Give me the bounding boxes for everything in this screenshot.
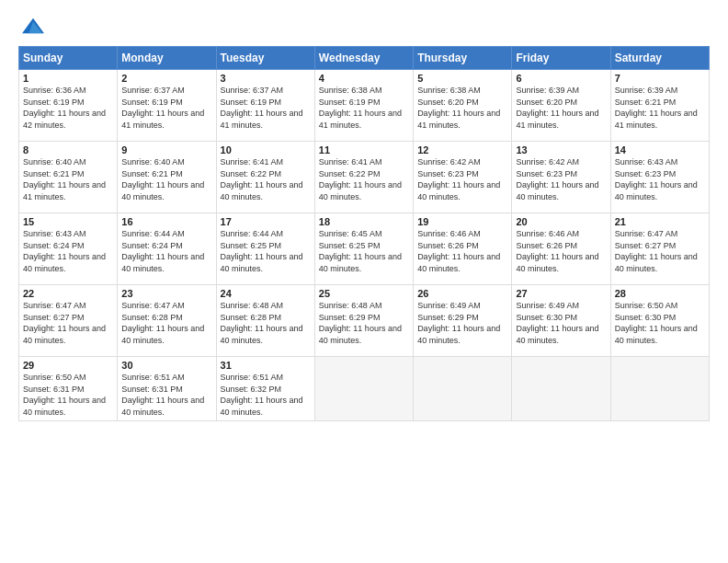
calendar-day: 25 Sunrise: 6:48 AM Sunset: 6:29 PM Dayl… (314, 285, 413, 357)
day-info: Sunrise: 6:37 AM Sunset: 6:19 PM Dayligh… (221, 86, 303, 130)
day-number: 16 (121, 216, 211, 227)
day-info: Sunrise: 6:47 AM Sunset: 6:27 PM Dayligh… (23, 301, 106, 345)
calendar-week-row: 1 Sunrise: 6:36 AM Sunset: 6:19 PM Dayli… (19, 70, 710, 142)
calendar-day: 17 Sunrise: 6:44 AM Sunset: 6:25 PM Dayl… (216, 213, 314, 285)
day-info: Sunrise: 6:50 AM Sunset: 6:31 PM Dayligh… (23, 373, 106, 417)
day-number: 30 (121, 360, 211, 371)
calendar-day: 24 Sunrise: 6:48 AM Sunset: 6:28 PM Dayl… (216, 285, 314, 357)
calendar-day: 10 Sunrise: 6:41 AM Sunset: 6:22 PM Dayl… (216, 142, 314, 213)
calendar-day: 19 Sunrise: 6:46 AM Sunset: 6:26 PM Dayl… (414, 213, 512, 285)
day-info: Sunrise: 6:43 AM Sunset: 6:23 PM Dayligh… (615, 157, 698, 201)
day-info: Sunrise: 6:51 AM Sunset: 6:32 PM Dayligh… (221, 373, 303, 417)
calendar-week-row: 8 Sunrise: 6:40 AM Sunset: 6:21 PM Dayli… (19, 142, 710, 213)
calendar-day (610, 357, 709, 421)
logo (18, 17, 46, 37)
day-info: Sunrise: 6:48 AM Sunset: 6:29 PM Dayligh… (319, 301, 402, 345)
day-info: Sunrise: 6:40 AM Sunset: 6:21 PM Dayligh… (23, 157, 106, 201)
day-number: 4 (319, 73, 409, 84)
day-info: Sunrise: 6:44 AM Sunset: 6:25 PM Dayligh… (221, 229, 303, 273)
day-number: 14 (615, 144, 705, 155)
day-number: 29 (23, 360, 113, 371)
day-info: Sunrise: 6:38 AM Sunset: 6:19 PM Dayligh… (319, 86, 402, 130)
calendar-day: 26 Sunrise: 6:49 AM Sunset: 6:29 PM Dayl… (414, 285, 512, 357)
day-info: Sunrise: 6:41 AM Sunset: 6:22 PM Dayligh… (319, 157, 402, 201)
calendar-day: 2 Sunrise: 6:37 AM Sunset: 6:19 PM Dayli… (118, 70, 216, 142)
header (18, 17, 710, 37)
day-number: 23 (121, 288, 211, 299)
calendar-day: 28 Sunrise: 6:50 AM Sunset: 6:30 PM Dayl… (610, 285, 709, 357)
calendar-day: 6 Sunrise: 6:39 AM Sunset: 6:20 PM Dayli… (512, 70, 610, 142)
day-number: 6 (516, 73, 606, 84)
calendar-day: 27 Sunrise: 6:49 AM Sunset: 6:30 PM Dayl… (512, 285, 610, 357)
day-info: Sunrise: 6:50 AM Sunset: 6:30 PM Dayligh… (615, 301, 698, 345)
day-info: Sunrise: 6:49 AM Sunset: 6:29 PM Dayligh… (417, 301, 500, 345)
calendar-day: 30 Sunrise: 6:51 AM Sunset: 6:31 PM Dayl… (118, 357, 216, 421)
weekday-header: Sunday (19, 47, 118, 70)
calendar-day: 14 Sunrise: 6:43 AM Sunset: 6:23 PM Dayl… (610, 142, 709, 213)
day-info: Sunrise: 6:36 AM Sunset: 6:19 PM Dayligh… (23, 86, 106, 130)
day-info: Sunrise: 6:44 AM Sunset: 6:24 PM Dayligh… (121, 229, 204, 273)
weekday-header: Saturday (610, 47, 709, 70)
day-info: Sunrise: 6:40 AM Sunset: 6:21 PM Dayligh… (121, 157, 204, 201)
weekday-header: Thursday (414, 47, 512, 70)
day-number: 28 (615, 288, 705, 299)
day-info: Sunrise: 6:38 AM Sunset: 6:20 PM Dayligh… (417, 86, 500, 130)
calendar-week-row: 15 Sunrise: 6:43 AM Sunset: 6:24 PM Dayl… (19, 213, 710, 285)
calendar-day: 13 Sunrise: 6:42 AM Sunset: 6:23 PM Dayl… (512, 142, 610, 213)
weekday-header: Friday (512, 47, 610, 70)
calendar-day: 16 Sunrise: 6:44 AM Sunset: 6:24 PM Dayl… (118, 213, 216, 285)
day-number: 21 (615, 216, 705, 227)
day-number: 8 (23, 144, 113, 155)
day-info: Sunrise: 6:42 AM Sunset: 6:23 PM Dayligh… (516, 157, 598, 201)
day-number: 22 (23, 288, 113, 299)
day-info: Sunrise: 6:43 AM Sunset: 6:24 PM Dayligh… (23, 229, 106, 273)
calendar-day: 3 Sunrise: 6:37 AM Sunset: 6:19 PM Dayli… (216, 70, 314, 142)
day-info: Sunrise: 6:47 AM Sunset: 6:28 PM Dayligh… (121, 301, 204, 345)
day-number: 20 (516, 216, 606, 227)
day-info: Sunrise: 6:46 AM Sunset: 6:26 PM Dayligh… (417, 229, 500, 273)
day-info: Sunrise: 6:51 AM Sunset: 6:31 PM Dayligh… (121, 373, 204, 417)
calendar-day: 23 Sunrise: 6:47 AM Sunset: 6:28 PM Dayl… (118, 285, 216, 357)
calendar-day (314, 357, 413, 421)
calendar-day: 9 Sunrise: 6:40 AM Sunset: 6:21 PM Dayli… (118, 142, 216, 213)
logo-icon (20, 17, 46, 37)
weekday-header-row: SundayMondayTuesdayWednesdayThursdayFrid… (19, 47, 710, 70)
day-number: 27 (516, 288, 606, 299)
day-number: 13 (516, 144, 606, 155)
day-number: 11 (319, 144, 409, 155)
day-info: Sunrise: 6:37 AM Sunset: 6:19 PM Dayligh… (121, 86, 204, 130)
day-info: Sunrise: 6:42 AM Sunset: 6:23 PM Dayligh… (417, 157, 500, 201)
day-number: 2 (121, 73, 211, 84)
day-number: 17 (221, 216, 311, 227)
calendar-day: 7 Sunrise: 6:39 AM Sunset: 6:21 PM Dayli… (610, 70, 709, 142)
day-number: 15 (23, 216, 113, 227)
calendar-day: 21 Sunrise: 6:47 AM Sunset: 6:27 PM Dayl… (610, 213, 709, 285)
day-number: 10 (221, 144, 311, 155)
calendar-day: 8 Sunrise: 6:40 AM Sunset: 6:21 PM Dayli… (19, 142, 118, 213)
calendar-day: 22 Sunrise: 6:47 AM Sunset: 6:27 PM Dayl… (19, 285, 118, 357)
day-number: 26 (417, 288, 507, 299)
day-number: 25 (319, 288, 409, 299)
day-number: 31 (221, 360, 311, 371)
page: SundayMondayTuesdayWednesdayThursdayFrid… (0, 0, 728, 563)
day-number: 5 (417, 73, 507, 84)
calendar-day (414, 357, 512, 421)
day-info: Sunrise: 6:45 AM Sunset: 6:25 PM Dayligh… (319, 229, 402, 273)
calendar-day: 1 Sunrise: 6:36 AM Sunset: 6:19 PM Dayli… (19, 70, 118, 142)
day-info: Sunrise: 6:39 AM Sunset: 6:21 PM Dayligh… (615, 86, 698, 130)
calendar-day: 29 Sunrise: 6:50 AM Sunset: 6:31 PM Dayl… (19, 357, 118, 421)
calendar-day: 18 Sunrise: 6:45 AM Sunset: 6:25 PM Dayl… (314, 213, 413, 285)
weekday-header: Tuesday (216, 47, 314, 70)
day-number: 19 (417, 216, 507, 227)
day-number: 9 (121, 144, 211, 155)
day-info: Sunrise: 6:39 AM Sunset: 6:20 PM Dayligh… (516, 86, 598, 130)
calendar-week-row: 22 Sunrise: 6:47 AM Sunset: 6:27 PM Dayl… (19, 285, 710, 357)
calendar-day (512, 357, 610, 421)
weekday-header: Wednesday (314, 47, 413, 70)
calendar-day: 11 Sunrise: 6:41 AM Sunset: 6:22 PM Dayl… (314, 142, 413, 213)
calendar-day: 20 Sunrise: 6:46 AM Sunset: 6:26 PM Dayl… (512, 213, 610, 285)
day-info: Sunrise: 6:46 AM Sunset: 6:26 PM Dayligh… (516, 229, 598, 273)
day-info: Sunrise: 6:47 AM Sunset: 6:27 PM Dayligh… (615, 229, 698, 273)
calendar-day: 4 Sunrise: 6:38 AM Sunset: 6:19 PM Dayli… (314, 70, 413, 142)
day-info: Sunrise: 6:48 AM Sunset: 6:28 PM Dayligh… (221, 301, 303, 345)
